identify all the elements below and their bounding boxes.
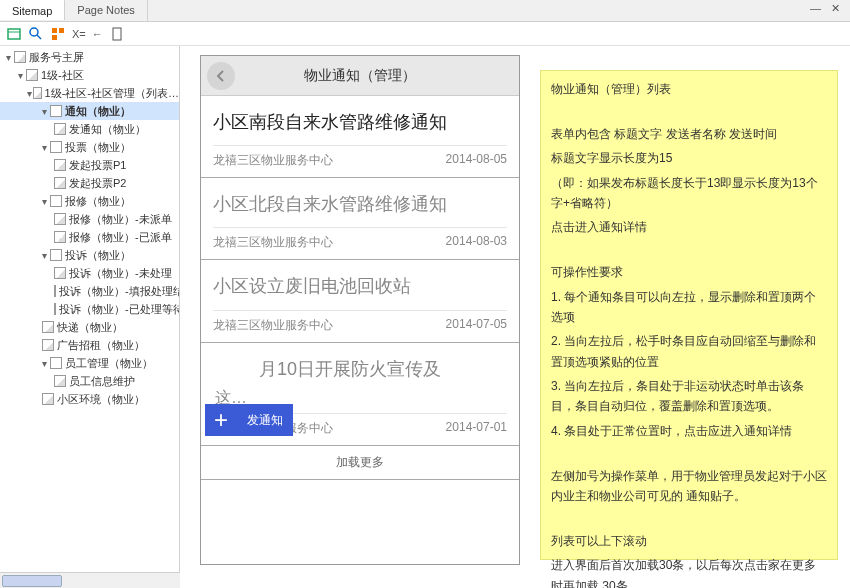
list-item[interactable]: 小区南段自来水管路维修通知 龙禧三区物业服务中心2014-08-05 [201, 96, 519, 178]
tab-page-notes[interactable]: Page Notes [65, 0, 147, 21]
tree-env[interactable]: 小区环境（物业） [0, 390, 179, 408]
sitemap-tree[interactable]: ▾服务号主屏 ▾1级-社区 ▾1级-社区-社区管理（列表… ▾通知（物业） 发通… [0, 46, 180, 588]
item-sender: 龙禧三区物业服务中心 [213, 152, 333, 169]
tree-staff[interactable]: ▾员工管理（物业） [0, 354, 179, 372]
tree-notice-send[interactable]: 发通知（物业） [0, 120, 179, 138]
x-equals-label: X= [72, 28, 86, 40]
back-button[interactable] [207, 62, 235, 90]
list-item[interactable]: 小区北段自来水管路维修通知 龙禧三区物业服务中心2014-08-03 [201, 178, 519, 260]
tab-bar: Sitemap Page Notes — ✕ [0, 0, 850, 22]
tree-vote-p2[interactable]: 发起投票P2 [0, 174, 179, 192]
phone-preview: 物业通知（管理） 小区南段自来水管路维修通知 龙禧三区物业服务中心2014-08… [200, 55, 520, 565]
item-title: 小区北段自来水管路维修通知 [213, 186, 507, 223]
tool-icon-4[interactable] [109, 26, 125, 42]
tree-ads[interactable]: 广告招租（物业） [0, 336, 179, 354]
tree-l2[interactable]: ▾1级-社区-社区管理（列表… [0, 84, 179, 102]
item-sender: 龙禧三区物业服务中心 [213, 234, 333, 251]
svg-rect-7 [113, 28, 121, 40]
tree-complaint-c[interactable]: 投诉（物业）-已处理等待用… [0, 300, 179, 318]
annotation-note: 物业通知（管理）列表 表单内包含 标题文字 发送者名称 发送时间 标题文字显示长… [540, 70, 838, 560]
window-controls: — ✕ [806, 2, 844, 15]
tool-icon-3[interactable] [50, 26, 66, 42]
tool-icon-1[interactable] [6, 26, 22, 42]
tree-repair-b[interactable]: 报修（物业）-已派单 [0, 228, 179, 246]
scroll-thumb[interactable] [2, 575, 62, 587]
toolbar: X= ← [0, 22, 850, 46]
list-item[interactable]: 小区设立废旧电池回收站 龙禧三区物业服务中心2014-07-05 [201, 260, 519, 342]
item-date: 2014-07-05 [446, 317, 507, 334]
minimize-icon[interactable]: — [806, 2, 825, 15]
tab-sitemap[interactable]: Sitemap [0, 0, 65, 20]
item-date: 2014-08-05 [446, 152, 507, 169]
tool-icon-2[interactable] [28, 26, 44, 42]
tree-repair[interactable]: ▾报修（物业） [0, 192, 179, 210]
svg-point-2 [30, 28, 38, 36]
svg-line-3 [37, 35, 41, 39]
tree-root[interactable]: ▾服务号主屏 [0, 48, 179, 66]
svg-rect-6 [52, 35, 57, 40]
tree-express[interactable]: 快递（物业） [0, 318, 179, 336]
svg-rect-0 [8, 29, 20, 39]
sidebar-hscroll[interactable] [0, 572, 180, 588]
tree-complaint-a[interactable]: 投诉（物业）-未处理 [0, 264, 179, 282]
item-sender: 龙禧三区物业服务中心 [213, 317, 333, 334]
tree-vote-p1[interactable]: 发起投票P1 [0, 156, 179, 174]
phone-header: 物业通知（管理） [201, 56, 519, 96]
item-date: 2014-07-01 [446, 420, 507, 437]
tree-complaint-b[interactable]: 投诉（物业）-填报处理结果 [0, 282, 179, 300]
item-title: 小区7月10日开展防火宣传及 [213, 351, 507, 388]
svg-rect-4 [52, 28, 57, 33]
arrow-left-icon[interactable]: ← [92, 28, 103, 40]
tree-l1[interactable]: ▾1级-社区 [0, 66, 179, 84]
note-title: 物业通知（管理）列表 [551, 79, 827, 99]
item-title: 小区设立废旧电池回收站 [213, 268, 507, 305]
add-menu-item[interactable]: 发通知 [237, 404, 293, 436]
tree-repair-a[interactable]: 报修（物业）-未派单 [0, 210, 179, 228]
tree-notice[interactable]: ▾通知（物业） [0, 102, 179, 120]
item-date: 2014-08-03 [446, 234, 507, 251]
tree-staff-a[interactable]: 员工信息维护 [0, 372, 179, 390]
tree-vote[interactable]: ▾投票（物业） [0, 138, 179, 156]
load-more-button[interactable]: 加载更多 [201, 446, 519, 480]
close-icon[interactable]: ✕ [827, 2, 844, 15]
svg-rect-5 [59, 28, 64, 33]
item-title: 小区南段自来水管路维修通知 [213, 104, 507, 141]
add-button[interactable]: + [205, 404, 237, 436]
page-title: 物业通知（管理） [304, 67, 416, 85]
tree-complaint[interactable]: ▾投诉（物业） [0, 246, 179, 264]
